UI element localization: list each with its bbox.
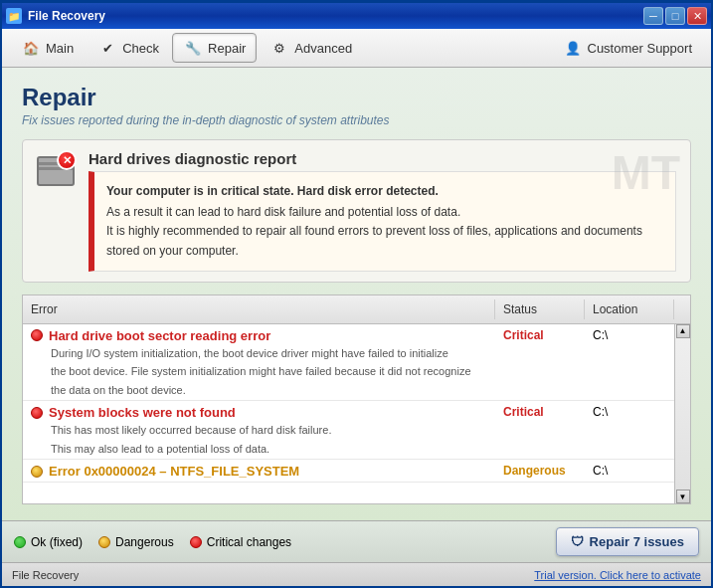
title-controls: ─ □ ✕: [643, 7, 707, 25]
severity-dot-3: [31, 466, 43, 478]
app-icon: 📁: [6, 8, 22, 24]
error-name-1: Hard drive boot sector reading error: [31, 328, 487, 343]
diagnostic-title: Hard drives diagnostic report: [89, 150, 676, 167]
bottom-bar: File Recovery Trial version. Click here …: [2, 562, 711, 586]
scrollbar-spacer: [674, 299, 690, 319]
error-desc-1b: the boot device. File system initializat…: [31, 363, 487, 380]
ok-label: Ok (fixed): [31, 535, 83, 549]
error-name-2: System blocks were not found: [31, 405, 487, 420]
main-icon: 🏠: [21, 38, 41, 58]
alert-line-2: It is highly recommended to repair all f…: [106, 222, 663, 241]
repair-icon: 🔧: [183, 38, 203, 58]
alert-title: Your computer is in critical state. Hard…: [106, 182, 663, 201]
critical-status: Critical changes: [190, 535, 291, 549]
close-button[interactable]: ✕: [687, 7, 707, 25]
alert-box: Your computer is in critical state. Hard…: [89, 171, 676, 272]
tab-main-label: Main: [46, 41, 74, 56]
table-body[interactable]: Hard drive boot sector reading error Dur…: [23, 324, 674, 503]
tab-advanced-label: Advanced: [294, 41, 352, 56]
dangerous-label: Dangerous: [115, 535, 174, 549]
scroll-down-button[interactable]: ▼: [676, 490, 690, 503]
col-location: Location: [585, 299, 674, 319]
title-bar-left: 📁 File Recovery: [6, 8, 105, 24]
table-row: System blocks were not found This has mo…: [23, 401, 674, 460]
status-bar: Ok (fixed) Dangerous Critical changes 🛡 …: [2, 520, 711, 562]
repair-icon: 🛡: [571, 534, 584, 549]
page-header: Repair Fix issues reported during the in…: [22, 84, 691, 127]
col-status: Status: [495, 299, 585, 319]
severity-dot-2: [31, 407, 43, 419]
tab-check-label: Check: [122, 41, 159, 56]
tab-repair[interactable]: 🔧 Repair: [172, 33, 257, 63]
trial-activate-link[interactable]: Trial version. Click here to activate: [534, 569, 701, 581]
diagnostic-icon: ✕: [37, 150, 77, 190]
error-desc-1c: the data on the boot device.: [31, 382, 487, 399]
error-status-2: Critical: [495, 401, 585, 459]
error-name-cell-1: Hard drive boot sector reading error Dur…: [23, 324, 495, 401]
dangerous-status: Dangerous: [98, 535, 174, 549]
diagnostic-box: ✕ Hard drives diagnostic report Your com…: [22, 139, 691, 283]
maximize-button[interactable]: □: [665, 7, 685, 25]
customer-support-button[interactable]: 👤 Customer Support: [552, 33, 704, 63]
advanced-icon: ⚙: [269, 38, 289, 58]
error-table: Error Status Location Hard drive boot se…: [22, 294, 691, 504]
page-subtitle: Fix issues reported during the in-depth …: [22, 113, 691, 127]
ok-dot: [14, 536, 26, 548]
alert-line-1: As a result it can lead to hard disk fai…: [106, 203, 663, 222]
severity-dot-1: [31, 329, 43, 341]
error-name-cell-3: Error 0x00000024 – NTFS_FILE_SYSTEM: [23, 460, 495, 482]
title-bar: 📁 File Recovery ─ □ ✕: [2, 3, 711, 29]
error-desc-2a: This has most likely occurred because of…: [31, 422, 487, 439]
repair-issues-button[interactable]: 🛡 Repair 7 issues: [556, 527, 699, 556]
error-name-3: Error 0x00000024 – NTFS_FILE_SYSTEM: [31, 464, 487, 479]
error-location-2: C:\: [585, 401, 674, 459]
error-status-3: Dangerous: [495, 460, 585, 482]
main-content: Repair Fix issues reported during the in…: [2, 68, 711, 520]
ok-status: Ok (fixed): [14, 535, 83, 549]
critical-label: Critical changes: [207, 535, 291, 549]
diagnostic-content: Hard drives diagnostic report Your compu…: [89, 150, 676, 272]
dangerous-dot: [98, 536, 110, 548]
tab-advanced[interactable]: ⚙ Advanced: [259, 33, 363, 63]
tab-repair-label: Repair: [208, 41, 246, 56]
table-row: Error 0x00000024 – NTFS_FILE_SYSTEM Dang…: [23, 460, 674, 483]
scrollbar[interactable]: ▲ ▼: [674, 324, 690, 503]
check-icon: ✔: [97, 38, 117, 58]
toolbar: 🏠 Main ✔ Check 🔧 Repair ⚙ Advanced 👤 Cus…: [2, 29, 711, 68]
error-name-cell-2: System blocks were not found This has mo…: [23, 401, 495, 459]
main-window: 📁 File Recovery ─ □ ✕ 🏠 Main ✔ Check 🔧 R…: [0, 0, 713, 588]
error-status-1: Critical: [495, 324, 585, 401]
error-desc-2b: This may also lead to a potential loss o…: [31, 441, 487, 458]
critical-dot: [190, 536, 202, 548]
tab-main[interactable]: 🏠 Main: [10, 33, 85, 63]
scroll-up-button[interactable]: ▲: [676, 324, 690, 338]
error-desc-1a: During I/O system initialization, the bo…: [31, 345, 487, 362]
col-error: Error: [23, 299, 495, 319]
watermark: MT: [612, 145, 680, 200]
alert-line-3: stored on your computer.: [106, 242, 663, 261]
error-location-3: C:\: [585, 460, 674, 482]
window-title: File Recovery: [28, 9, 105, 23]
table-row: Hard drive boot sector reading error Dur…: [23, 324, 674, 402]
app-name-label: File Recovery: [12, 569, 79, 581]
repair-label: Repair 7 issues: [590, 534, 684, 549]
tab-check[interactable]: ✔ Check: [87, 33, 170, 63]
error-location-1: C:\: [585, 324, 674, 401]
customer-support-label: Customer Support: [588, 41, 693, 56]
page-title: Repair: [22, 84, 691, 111]
minimize-button[interactable]: ─: [643, 7, 663, 25]
table-header: Error Status Location: [23, 295, 690, 324]
support-icon: 👤: [563, 38, 583, 58]
